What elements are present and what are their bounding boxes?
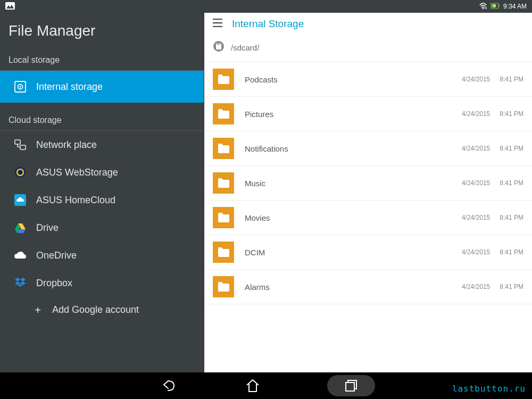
recent-apps-button[interactable]	[327, 375, 375, 396]
sidebar-item-label: Network place	[36, 139, 97, 151]
file-date: 4/24/2015	[462, 283, 490, 290]
sdcard-icon	[213, 40, 225, 54]
file-row[interactable]: Pictures4/24/20158:41 PM	[204, 97, 532, 131]
file-date: 4/24/2015	[462, 110, 490, 118]
svg-rect-19	[220, 43, 221, 45]
file-name: Alarms	[245, 282, 462, 292]
sidebar-item-label: Drive	[36, 222, 59, 234]
watermark: lastbutton.ru	[452, 384, 526, 394]
file-time: 8:41 PM	[500, 145, 523, 152]
file-time: 8:41 PM	[500, 110, 523, 118]
plus-icon: +	[33, 305, 43, 315]
file-name: Movies	[245, 213, 462, 222]
internal-storage-icon	[14, 80, 27, 93]
svg-rect-4	[498, 5, 500, 7]
file-name: Music	[245, 179, 462, 188]
sidebar-item-add-google[interactable]: + Add Google account	[0, 297, 204, 323]
hamburger-icon[interactable]	[213, 19, 222, 29]
file-name: Notifications	[245, 144, 462, 153]
svg-rect-16	[217, 43, 218, 45]
sidebar-item-label: OneDrive	[36, 250, 77, 261]
sidebar-item-internal-storage[interactable]: Internal storage	[0, 71, 204, 103]
file-time: 8:41 PM	[500, 214, 523, 221]
file-name: DCIM	[245, 248, 462, 257]
file-date: 4/24/2015	[462, 248, 490, 256]
sidebar-item-dropbox[interactable]: Dropbox	[0, 269, 204, 297]
content-title: Internal Storage	[232, 18, 304, 30]
file-date: 4/24/2015	[462, 145, 490, 152]
file-date: 4/24/2015	[462, 76, 490, 83]
wifi-icon	[479, 2, 487, 11]
svg-rect-9	[15, 140, 20, 144]
system-navbar: lastbutton.ru	[0, 372, 532, 399]
sidebar-item-label: ASUS WebStorage	[36, 167, 118, 178]
file-name: Podcasts	[245, 75, 462, 84]
onedrive-icon	[14, 249, 27, 262]
sidebar-item-label: Internal storage	[36, 81, 103, 93]
svg-rect-10	[20, 145, 26, 149]
breadcrumb[interactable]: /sdcard/	[204, 35, 532, 62]
google-drive-icon	[14, 221, 27, 234]
svg-point-1	[483, 7, 484, 9]
folder-icon	[213, 242, 234, 263]
file-time: 8:41 PM	[500, 283, 523, 290]
content-pane: Internal Storage /sdcard/ Podcasts4/24/2…	[204, 13, 532, 372]
folder-icon	[213, 69, 234, 90]
network-icon	[14, 138, 27, 151]
file-row[interactable]: Podcasts4/24/20158:41 PM	[204, 62, 532, 97]
svg-rect-20	[346, 383, 354, 391]
file-row[interactable]: DCIM4/24/20158:41 PM	[204, 235, 532, 270]
sidebar: File Manager Local storage Internal stor…	[0, 13, 204, 372]
svg-point-8	[20, 86, 21, 88]
back-button[interactable]	[157, 375, 178, 396]
status-bar: 9:34 AM	[0, 0, 532, 13]
folder-icon	[213, 172, 234, 194]
sidebar-item-onedrive[interactable]: OneDrive	[0, 242, 204, 269]
asus-homecloud-icon	[14, 194, 27, 206]
folder-icon	[213, 138, 234, 159]
battery-icon	[491, 3, 500, 11]
sidebar-item-network-place[interactable]: Network place	[0, 131, 204, 159]
path-text: /sdcard/	[231, 43, 259, 52]
sidebar-item-asus-webstorage[interactable]: ASUS WebStorage	[0, 159, 204, 186]
file-time: 8:41 PM	[500, 76, 523, 83]
file-row[interactable]: Alarms4/24/20158:41 PM	[204, 270, 532, 304]
file-date: 4/24/2015	[462, 214, 490, 221]
home-button[interactable]	[242, 375, 263, 396]
file-name: Pictures	[245, 110, 462, 119]
svg-rect-18	[219, 43, 220, 45]
cloud-storage-label: Cloud storage	[0, 112, 204, 131]
sidebar-item-label: Add Google account	[52, 304, 139, 315]
file-row[interactable]: Music4/24/20158:41 PM	[204, 166, 532, 201]
file-time: 8:41 PM	[500, 248, 523, 256]
sidebar-item-asus-homecloud[interactable]: ASUS HomeCloud	[0, 186, 204, 214]
file-date: 4/24/2015	[462, 179, 490, 187]
status-time: 9:34 AM	[503, 3, 527, 10]
app-title: File Manager	[0, 13, 204, 52]
folder-icon	[213, 103, 234, 124]
dropbox-icon	[14, 277, 27, 289]
asus-webstorage-icon	[14, 166, 27, 179]
file-list: Podcasts4/24/20158:41 PMPictures4/24/201…	[204, 62, 532, 372]
folder-icon	[213, 207, 234, 228]
sidebar-item-drive[interactable]: Drive	[0, 214, 204, 242]
svg-rect-17	[218, 43, 219, 45]
sidebar-item-label: Dropbox	[36, 278, 72, 289]
photo-icon	[5, 2, 15, 11]
file-row[interactable]: Movies4/24/20158:41 PM	[204, 201, 532, 235]
file-row[interactable]: Notifications4/24/20158:41 PM	[204, 131, 532, 166]
file-time: 8:41 PM	[500, 179, 523, 187]
folder-icon	[213, 276, 234, 297]
local-storage-label: Local storage	[0, 52, 204, 71]
sidebar-item-label: ASUS HomeCloud	[36, 195, 115, 206]
